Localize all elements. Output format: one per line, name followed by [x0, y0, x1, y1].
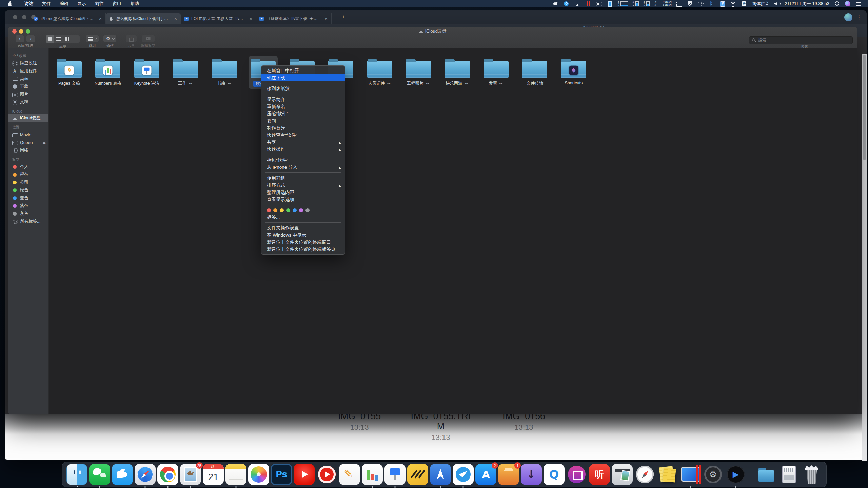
dock-pages[interactable]: [339, 464, 360, 485]
dock-image-capture[interactable]: [612, 464, 633, 485]
dock-safari[interactable]: [135, 464, 156, 485]
menu-share[interactable]: 共享: [261, 139, 345, 146]
menu-item[interactable]: 帮助: [130, 1, 139, 7]
network-speed[interactable]: 0 KB/s1 KB/s: [663, 1, 672, 7]
notification-center-icon[interactable]: [856, 1, 862, 6]
group-button[interactable]: [85, 35, 99, 42]
cpu-meter[interactable]: CPU: [618, 1, 628, 6]
menu-use-groups[interactable]: 使用群组: [261, 175, 345, 182]
dock-ximalaya-ting[interactable]: 听: [589, 464, 610, 485]
menu-download-now[interactable]: 现在下载: [261, 74, 345, 81]
IMG_0156[interactable]: IMG_0156 13:13: [483, 414, 565, 432]
spotlight-icon[interactable]: [834, 1, 840, 6]
sidebar-tag-company[interactable]: 公司: [8, 179, 48, 186]
keyboard-icon[interactable]: [596, 1, 602, 6]
volume-icon[interactable]: [774, 1, 780, 6]
menu-item[interactable]: 显示: [77, 1, 86, 7]
menu-get-info[interactable]: 显示简介: [261, 96, 345, 103]
dock-gear-utility-app[interactable]: ⚙: [703, 464, 724, 485]
sidebar-tag-personal[interactable]: 个人: [8, 163, 48, 171]
menu-item[interactable]: 窗口: [113, 1, 121, 7]
apple-menu-icon[interactable]: [7, 1, 12, 6]
menu-item[interactable]: 访达: [24, 1, 33, 7]
IMG_0155[interactable]: IMG_0155 13:13: [319, 414, 400, 432]
menu-item[interactable]: 前往: [95, 1, 104, 7]
menu-show-view-options[interactable]: 查看显示选项: [261, 196, 345, 203]
dock-potplayer[interactable]: [316, 464, 337, 485]
column-view-button[interactable]: [63, 35, 71, 43]
bluetooth-icon[interactable]: [709, 1, 715, 6]
input-method-label[interactable]: 简体拼音: [752, 1, 769, 7]
sidebar-item-network[interactable]: 网络: [8, 146, 48, 154]
dock-dark-player-app[interactable]: ▶: [725, 464, 746, 485]
menu-new-terminal-at-folder[interactable]: 新建位于文件夹位置的终端窗口: [261, 239, 345, 246]
bird-status-icon[interactable]: [553, 1, 559, 6]
forward-button[interactable]: ›: [26, 35, 35, 42]
list-view-button[interactable]: [54, 35, 63, 43]
dock-twitter[interactable]: [112, 464, 133, 485]
dock-calendar[interactable]: 2月 21: [203, 464, 224, 485]
dock-photos[interactable]: [248, 464, 269, 485]
sidebar-tag-green[interactable]: 绿色: [8, 186, 48, 194]
dock-printer[interactable]: [778, 464, 800, 485]
shield-icon[interactable]: [687, 1, 693, 6]
pause-bars-icon[interactable]: [585, 1, 591, 6]
menu-move-to-trash[interactable]: 移到废纸篓: [261, 85, 345, 92]
sidebar-item-queen[interactable]: Queen ⏏: [8, 139, 48, 146]
dock-q-app[interactable]: Q: [544, 464, 565, 485]
dock-downloads-folder[interactable]: [756, 464, 777, 485]
dock-compass-app[interactable]: [634, 464, 655, 485]
folder-work[interactable]: 工作: [167, 56, 204, 88]
share-button[interactable]: [125, 35, 137, 42]
dock-blue-arrow-app[interactable]: [430, 464, 451, 485]
sidebar-tag-purple[interactable]: 紫色: [8, 202, 48, 210]
browser-avatar[interactable]: [844, 13, 852, 21]
dock-orange-tower-app[interactable]: 1: [498, 464, 519, 485]
tab-close-icon[interactable]: [173, 16, 178, 21]
folder-shortcuts[interactable]: Shortcuts: [555, 56, 592, 87]
menu-clean-up-selection[interactable]: 整理所选内容: [261, 189, 345, 196]
menu-make-alias[interactable]: 制作替身: [261, 124, 345, 131]
sidebar-item-applications[interactable]: 应用程序: [8, 67, 48, 75]
tab-close-icon[interactable]: [98, 16, 103, 21]
dock-trash[interactable]: [801, 464, 822, 485]
dock-yellow-sketch-app[interactable]: [407, 464, 428, 485]
menu-tags[interactable]: 标签...: [261, 214, 345, 221]
sidebar-tag-all[interactable]: 所有标签...: [8, 218, 48, 225]
folder-invoices[interactable]: 发票: [477, 56, 515, 88]
dock-stickies[interactable]: [657, 464, 678, 485]
browser-tab[interactable]: iPhone怎么移除iCloud的下载项: [31, 13, 106, 24]
edit-tags-button[interactable]: [141, 35, 155, 42]
dock-youtube[interactable]: [294, 464, 315, 485]
dock-xunlei[interactable]: [453, 464, 474, 485]
sidebar-tag-orange[interactable]: 橙色: [8, 171, 48, 179]
folder-books[interactable]: 书籍: [206, 56, 243, 88]
airplay-icon[interactable]: [574, 1, 580, 6]
menu-bar-clock[interactable]: 2月21日 周一 19:38:53: [785, 1, 829, 7]
menu-duplicate[interactable]: 复制: [261, 117, 345, 124]
context-menu-item[interactable]: [265, 83, 341, 83]
folder-file-transfer[interactable]: 文件传输: [516, 56, 553, 88]
menu-folder-actions-setup[interactable]: 文件夹操作设置...: [261, 224, 345, 231]
wifi-icon[interactable]: [730, 1, 736, 6]
dock-finder[interactable]: [66, 464, 87, 485]
dock-downie[interactable]: ↓: [521, 464, 542, 485]
dock-app-store[interactable]: A 2: [475, 464, 496, 485]
sidebar-item-desktop[interactable]: 桌面: [8, 75, 48, 83]
sidebar-tag-gray[interactable]: 灰色: [8, 210, 48, 218]
dock-notes[interactable]: [225, 464, 246, 485]
q-circle-status-icon[interactable]: [564, 1, 570, 6]
folder-happy-journey[interactable]: 快乐西游: [439, 56, 476, 88]
gauge-bar-icon[interactable]: [607, 1, 613, 6]
browser-tab[interactable]: 怎么删除从iCloud下载到手机的文: [106, 13, 181, 24]
dock-numbers[interactable]: [362, 464, 383, 485]
sidebar-item-icloud-drive[interactable]: iCloud云盘: [8, 114, 48, 122]
menu-quick-look[interactable]: 快速查看“软件”: [261, 131, 345, 139]
browser-tab[interactable]: LOL电影天堂-电影天堂_迅播影: [181, 13, 256, 24]
folder-id-cards[interactable]: 人员证件: [361, 56, 398, 88]
menu-show-in-windows[interactable]: 在 Windows 中显示: [261, 231, 345, 239]
menu-new-terminal-tab-at-folder[interactable]: 新建位于文件夹位置的终端标签页: [261, 246, 345, 253]
IMG_0155.TRI[interactable]: IMG_0155.TRI M 13:13: [400, 414, 481, 442]
sidebar-item-airdrop[interactable]: 隔空投送: [8, 59, 48, 67]
gallery-view-button[interactable]: [71, 35, 80, 43]
